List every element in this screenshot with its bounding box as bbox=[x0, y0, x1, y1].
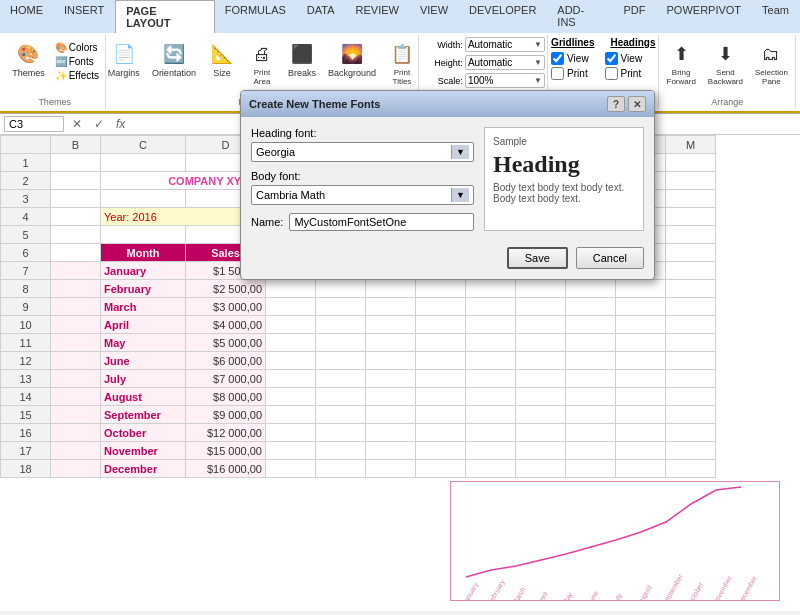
sales-cell[interactable]: $5 000,00 bbox=[186, 334, 266, 352]
sample-body: Body text body text body text. Body text… bbox=[493, 182, 635, 204]
gridlines-view-check[interactable] bbox=[551, 52, 564, 65]
size-btn[interactable]: 📐 Size bbox=[203, 37, 241, 81]
tab-powerpivot[interactable]: POWERPIVOT bbox=[657, 0, 753, 33]
cancel-formula-btn[interactable]: ✕ bbox=[68, 116, 86, 132]
tab-developer[interactable]: DEVELOPER bbox=[459, 0, 547, 33]
svg-text:February: February bbox=[486, 578, 507, 601]
month-cell[interactable]: January bbox=[101, 262, 186, 280]
month-cell[interactable]: February bbox=[101, 280, 186, 298]
svg-text:April: April bbox=[536, 590, 550, 601]
table-row: 18 December $16 000,00 bbox=[1, 460, 716, 478]
name-box[interactable] bbox=[4, 116, 64, 132]
name-input[interactable] bbox=[289, 213, 474, 231]
month-cell[interactable]: September bbox=[101, 406, 186, 424]
sales-cell[interactable]: $3 000,00 bbox=[186, 298, 266, 316]
background-icon: 🌄 bbox=[338, 40, 366, 68]
send-backward-btn[interactable]: ⬇ SendBackward bbox=[703, 37, 748, 89]
month-cell[interactable]: July bbox=[101, 370, 186, 388]
gridlines-view-row: View bbox=[551, 52, 589, 65]
table-row: 15 September $9 000,00 bbox=[1, 406, 716, 424]
dialog-body: Heading font: Georgia ▼ Body font: Cambr… bbox=[241, 117, 654, 241]
print-area-btn[interactable]: 🖨 PrintArea bbox=[243, 37, 281, 89]
month-cell[interactable]: November bbox=[101, 442, 186, 460]
month-cell[interactable]: October bbox=[101, 424, 186, 442]
tab-pdf[interactable]: PDF bbox=[614, 0, 657, 33]
gridlines-print-check[interactable] bbox=[551, 67, 564, 80]
sales-cell[interactable]: $7 000,00 bbox=[186, 370, 266, 388]
svg-text:March: March bbox=[511, 586, 527, 601]
sales-cell[interactable]: $9 000,00 bbox=[186, 406, 266, 424]
month-cell[interactable]: December bbox=[101, 460, 186, 478]
month-cell[interactable]: June bbox=[101, 352, 186, 370]
headings-view-check[interactable] bbox=[605, 52, 618, 65]
tab-view[interactable]: VIEW bbox=[410, 0, 459, 33]
month-cell[interactable]: August bbox=[101, 388, 186, 406]
tab-add-ins[interactable]: ADD-INS bbox=[547, 0, 613, 33]
tab-insert[interactable]: INSERT bbox=[54, 0, 115, 33]
print-area-icon: 🖨 bbox=[248, 40, 276, 68]
width-label: Width: bbox=[421, 40, 463, 50]
fonts-btn[interactable]: 🔤 Fonts bbox=[52, 55, 102, 68]
tab-page-layout[interactable]: PAGE LAYOUT bbox=[115, 0, 215, 33]
themes-icon: 🎨 bbox=[14, 40, 42, 68]
heading-font-select[interactable]: Georgia ▼ bbox=[251, 142, 474, 162]
orientation-btn[interactable]: 🔄 Orientation bbox=[147, 37, 201, 81]
sales-cell[interactable]: $12 000,00 bbox=[186, 424, 266, 442]
create-theme-fonts-dialog[interactable]: Create New Theme Fonts ? ✕ Heading font:… bbox=[240, 90, 655, 280]
insert-function-btn[interactable]: fx bbox=[112, 116, 129, 132]
col-M[interactable]: M bbox=[666, 136, 716, 154]
tab-formulas[interactable]: FORMULAS bbox=[215, 0, 297, 33]
table-row: 12 June $6 000,00 bbox=[1, 352, 716, 370]
scale-dropdown[interactable]: 100% ▼ bbox=[465, 73, 545, 88]
ribbon-tab-bar: HOME INSERT PAGE LAYOUT FORMULAS DATA RE… bbox=[0, 0, 800, 33]
bring-forward-icon: ⬆ bbox=[667, 40, 695, 68]
background-btn[interactable]: 🌄 Background bbox=[323, 37, 381, 81]
body-font-row: Body font: Cambria Math ▼ bbox=[251, 170, 474, 205]
size-icon: 📐 bbox=[208, 40, 236, 68]
selection-pane-btn[interactable]: 🗂 SelectionPane bbox=[750, 37, 793, 89]
body-font-select[interactable]: Cambria Math ▼ bbox=[251, 185, 474, 205]
colors-btn[interactable]: 🎨 Colors bbox=[52, 41, 102, 54]
sales-cell[interactable]: $16 000,00 bbox=[186, 460, 266, 478]
tab-home[interactable]: HOME bbox=[0, 0, 54, 33]
tab-data[interactable]: DATA bbox=[297, 0, 346, 33]
sample-label: Sample bbox=[493, 136, 635, 147]
month-cell[interactable]: March bbox=[101, 298, 186, 316]
arrange-group-label: Arrange bbox=[711, 95, 743, 107]
print-titles-btn[interactable]: 📋 PrintTitles bbox=[383, 37, 421, 89]
month-cell[interactable]: May bbox=[101, 334, 186, 352]
chart-area: January February March April May June Ju… bbox=[450, 481, 780, 601]
sales-cell[interactable]: $8 000,00 bbox=[186, 388, 266, 406]
month-cell[interactable]: April bbox=[101, 316, 186, 334]
heading-font-row: Heading font: Georgia ▼ bbox=[251, 127, 474, 162]
tab-team[interactable]: Team bbox=[752, 0, 800, 33]
col-C[interactable]: C bbox=[101, 136, 186, 154]
month-header[interactable]: Month bbox=[101, 244, 186, 262]
margins-btn[interactable]: 📄 Margins bbox=[103, 37, 145, 81]
width-dropdown[interactable]: Automatic ▼ bbox=[465, 37, 545, 52]
confirm-formula-btn[interactable]: ✓ bbox=[90, 116, 108, 132]
save-button[interactable]: Save bbox=[507, 247, 568, 269]
tab-review[interactable]: REVIEW bbox=[346, 0, 410, 33]
name-row: Name: bbox=[251, 213, 474, 231]
row-num-header bbox=[1, 136, 51, 154]
themes-btn[interactable]: 🎨 Themes bbox=[7, 37, 50, 81]
height-dropdown[interactable]: Automatic ▼ bbox=[465, 55, 545, 70]
table-row: 16 October $12 000,00 bbox=[1, 424, 716, 442]
scale-row: Scale: 100% ▼ bbox=[421, 73, 545, 88]
table-row: 8 February $2 500,00 bbox=[1, 280, 716, 298]
dialog-help-btn[interactable]: ? bbox=[607, 96, 625, 112]
effects-btn[interactable]: ✨ Effects bbox=[52, 69, 102, 82]
breaks-btn[interactable]: ⬛ Breaks bbox=[283, 37, 321, 81]
breaks-icon: ⬛ bbox=[288, 40, 316, 68]
dialog-close-btn[interactable]: ✕ bbox=[628, 96, 646, 112]
sales-cell[interactable]: $15 000,00 bbox=[186, 442, 266, 460]
sales-cell[interactable]: $4 000,00 bbox=[186, 316, 266, 334]
cancel-button[interactable]: Cancel bbox=[576, 247, 644, 269]
sales-cell[interactable]: $2 500,00 bbox=[186, 280, 266, 298]
dialog-title: Create New Theme Fonts bbox=[249, 98, 380, 110]
bring-forward-btn[interactable]: ⬆ BringForward bbox=[662, 37, 701, 89]
sales-cell[interactable]: $6 000,00 bbox=[186, 352, 266, 370]
col-B[interactable]: B bbox=[51, 136, 101, 154]
headings-print-check[interactable] bbox=[605, 67, 618, 80]
